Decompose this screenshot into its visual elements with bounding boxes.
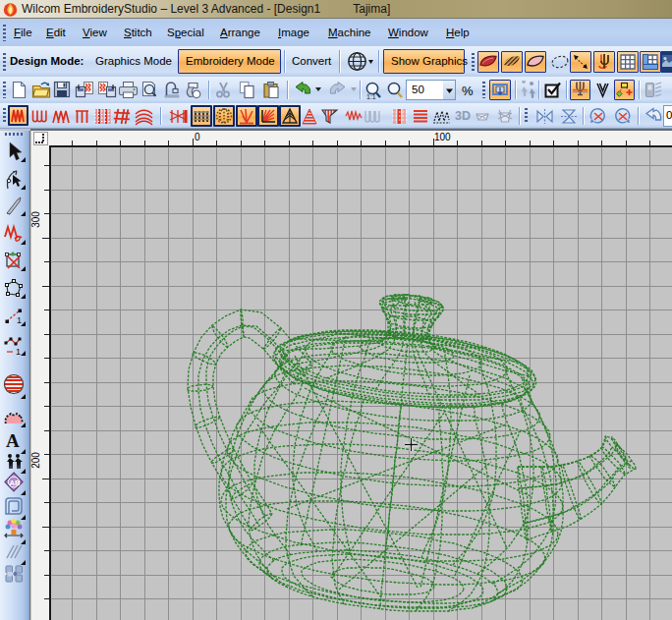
svg-text:A: A bbox=[6, 430, 20, 450]
svg-text:AB: AB bbox=[10, 479, 21, 487]
svg-text:1:1: 1:1 bbox=[366, 93, 376, 100]
